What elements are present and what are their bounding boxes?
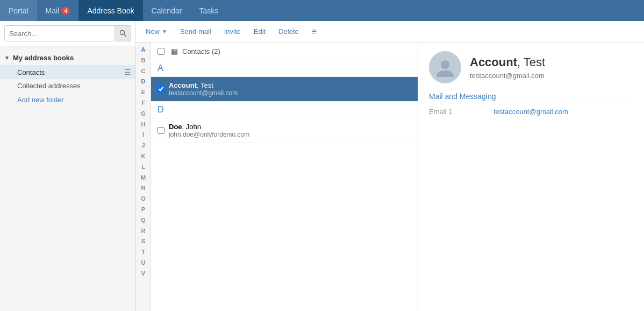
contact-email-doe-john: john.doe@onlyfordemo.com: [169, 131, 249, 138]
alpha-letter-A[interactable]: A: [141, 45, 146, 55]
more-options-icon: ≡: [312, 27, 317, 37]
svg-point-0: [120, 31, 124, 35]
alpha-letter-B[interactable]: B: [141, 55, 146, 66]
alpha-letter-I[interactable]: I: [142, 130, 144, 140]
contact-row-account-test[interactable]: Account, Test testaccount@gmail.com: [151, 77, 418, 102]
delete-button[interactable]: Delete: [273, 25, 304, 38]
detail-email-value: testaccount@gmail.com: [493, 108, 568, 116]
contact-row-doe-john[interactable]: Doe, John john.doe@onlyfordemo.com: [151, 118, 418, 143]
search-icon: [119, 30, 127, 37]
alpha-letter-L[interactable]: L: [141, 162, 145, 173]
alpha-letter-M[interactable]: M: [141, 173, 146, 183]
contact-info-doe-john: Doe, John john.doe@onlyfordemo.com: [169, 123, 249, 138]
detail-email-label: Email 1: [429, 108, 493, 116]
alpha-letter-N[interactable]: N: [141, 183, 146, 194]
alpha-letter-E[interactable]: E: [141, 87, 145, 98]
alpha-letter-S[interactable]: S: [141, 236, 145, 247]
detail-header: Account, Test testaccount@gmail.com: [429, 51, 633, 83]
sidebar-item-contacts[interactable]: Contacts ☰: [0, 65, 135, 79]
alphabet-bar: ABCDEFGHIJKLMNOPQRSTUV: [136, 43, 151, 311]
group-heading-a: A: [151, 60, 418, 77]
detail-panel: Account, Test testaccount@gmail.com Mail…: [418, 43, 644, 311]
nav-item-tasks[interactable]: Tasks: [190, 0, 227, 21]
send-mail-button[interactable]: Send mail: [175, 25, 217, 38]
new-label: New: [146, 27, 160, 36]
search-input[interactable]: [4, 25, 115, 41]
contact-name-account-test: Account, Test: [169, 81, 238, 89]
alpha-letter-J[interactable]: J: [141, 140, 145, 151]
contacts-menu-icon[interactable]: ☰: [124, 68, 131, 76]
my-address-books-header[interactable]: ▼ My address books: [0, 51, 135, 65]
invite-button[interactable]: Invite: [219, 25, 246, 38]
contacts-count: Contacts (2): [182, 47, 220, 55]
add-folder-label: Add new folder: [17, 96, 64, 104]
edit-button[interactable]: Edit: [248, 25, 271, 38]
detail-email-header: testaccount@gmail.com: [470, 72, 545, 80]
contacts-list-header: ▦ Contacts (2): [151, 43, 418, 60]
toolbar: New ▼ Send mail Invite Edit Delete ≡: [136, 21, 644, 43]
more-options-button[interactable]: ≡: [306, 24, 322, 39]
alpha-letter-G[interactable]: G: [141, 109, 146, 119]
alpha-letter-V[interactable]: V: [141, 268, 145, 279]
contacts-label: Contacts: [17, 68, 45, 76]
collapse-arrow-icon: ▼: [4, 55, 10, 61]
svg-line-1: [124, 34, 126, 37]
contacts-list: ▦ Contacts (2) A Account, Test: [151, 43, 418, 311]
collected-label: Collected addresses: [17, 82, 81, 90]
contact-name-doe-john: Doe, John: [169, 123, 249, 131]
new-button[interactable]: New ▼: [140, 25, 173, 38]
alpha-letter-R[interactable]: R: [141, 226, 146, 237]
alpha-letter-O[interactable]: O: [141, 194, 146, 204]
invite-label: Invite: [224, 27, 241, 36]
group-heading-d: D: [151, 102, 418, 118]
delete-label: Delete: [278, 27, 299, 36]
avatar-icon: [434, 56, 456, 78]
contact-checkbox-doe-john[interactable]: [158, 127, 164, 134]
list-section: ABCDEFGHIJKLMNOPQRSTUV ▦ Contacts (2) A: [136, 43, 418, 311]
avatar: [429, 51, 461, 83]
section-title: My address books: [13, 54, 74, 62]
contact-email-account-test: testaccount@gmail.com: [169, 89, 238, 97]
alpha-letter-P[interactable]: P: [141, 204, 145, 215]
view-toggle-icon[interactable]: ▦: [171, 47, 178, 55]
nav-badge-mail: 4: [61, 7, 70, 15]
alpha-letter-C[interactable]: C: [141, 66, 146, 77]
detail-email-row: Email 1 testaccount@gmail.com: [429, 108, 633, 116]
right-panel: New ▼ Send mail Invite Edit Delete ≡: [136, 21, 644, 311]
nav-item-calendar[interactable]: Calendar: [143, 0, 191, 21]
new-caret-icon: ▼: [162, 29, 167, 34]
alpha-letter-K[interactable]: K: [141, 151, 146, 162]
nav-item-portal[interactable]: Portal: [0, 0, 37, 21]
detail-full-name: Account, Test: [470, 55, 545, 69]
search-button[interactable]: [115, 25, 131, 41]
sidebar: ▼ My address books Contacts ☰ Collected …: [0, 21, 136, 311]
search-bar: [0, 21, 135, 46]
nav-item-mail[interactable]: Mail4: [37, 0, 79, 21]
svg-point-2: [441, 60, 449, 69]
select-all-checkbox[interactable]: [158, 48, 164, 55]
add-folder-link[interactable]: Add new folder: [0, 93, 135, 107]
alpha-letter-U[interactable]: U: [141, 258, 146, 268]
detail-name-block: Account, Test testaccount@gmail.com: [470, 55, 545, 80]
sidebar-item-collected[interactable]: Collected addresses: [0, 79, 135, 93]
alpha-letter-Q[interactable]: Q: [141, 215, 146, 226]
alpha-letter-D[interactable]: D: [141, 76, 146, 87]
send-mail-label: Send mail: [180, 27, 211, 36]
alpha-letter-T[interactable]: T: [141, 247, 145, 258]
detail-section-title: Mail and Messaging: [429, 92, 633, 103]
contact-checkbox-account-test[interactable]: [158, 86, 164, 93]
content-area: ABCDEFGHIJKLMNOPQRSTUV ▦ Contacts (2) A: [136, 43, 644, 311]
top-navigation: PortalMail4Address BookCalendarTasks: [0, 0, 644, 21]
main-layout: ▼ My address books Contacts ☰ Collected …: [0, 21, 644, 311]
sidebar-content: ▼ My address books Contacts ☰ Collected …: [0, 46, 135, 311]
edit-label: Edit: [254, 27, 266, 36]
nav-item-addressbook[interactable]: Address Book: [78, 0, 142, 21]
contact-info-account-test: Account, Test testaccount@gmail.com: [169, 81, 238, 97]
alpha-letter-H[interactable]: H: [141, 119, 146, 130]
alpha-letter-F[interactable]: F: [141, 98, 145, 109]
